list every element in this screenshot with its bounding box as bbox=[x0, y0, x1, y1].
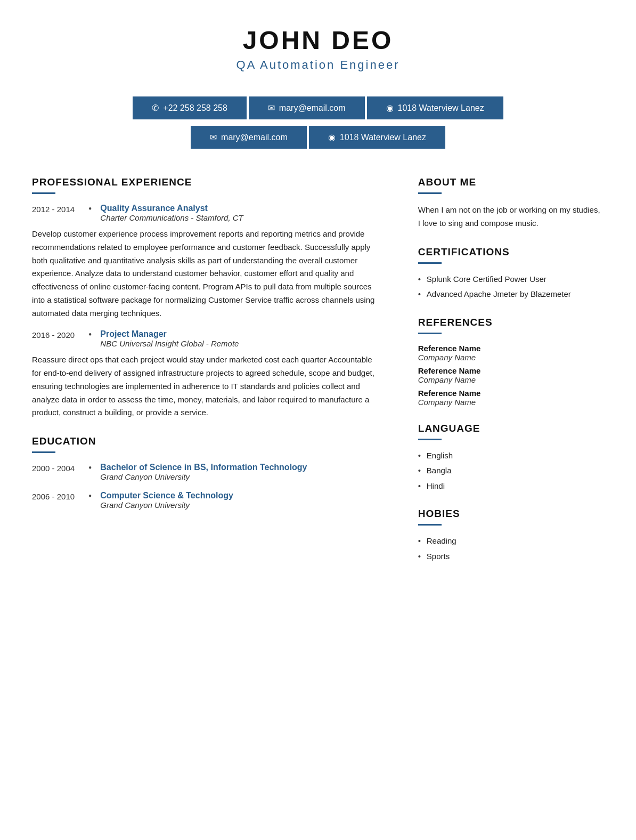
exp-bullet-1: • bbox=[88, 204, 92, 215]
contact-email-2: ✉ mary@email.com bbox=[191, 126, 307, 149]
cert-item-1: Splunk Core Certified Power User bbox=[418, 273, 604, 286]
exp-jobtitle-2: Project Manager bbox=[100, 329, 380, 339]
hobby-item-1: Reading bbox=[418, 535, 604, 547]
references-section: REFERENCES Reference Name Company Name R… bbox=[418, 317, 604, 407]
reference-entry-3: Reference Name Company Name bbox=[418, 389, 604, 407]
cert-item-2: Advanced Apache Jmeter by Blazemeter bbox=[418, 288, 604, 301]
ref-name-1: Reference Name bbox=[418, 344, 604, 353]
contact-bar-row2: ✉ mary@email.com ◉ 1018 Waterview Lanez bbox=[32, 125, 604, 150]
experience-entry-2: 2016 - 2020 • Project Manager NBC Univer… bbox=[32, 329, 381, 419]
phone-icon: ✆ bbox=[152, 103, 159, 113]
hobbies-list: Reading Sports bbox=[418, 535, 604, 562]
language-section: LANGUAGE English Bangla Hindi bbox=[418, 423, 604, 492]
exp-bullet-2: • bbox=[88, 329, 92, 341]
certifications-list: Splunk Core Certified Power User Advance… bbox=[418, 273, 604, 301]
edu-degree-2: Computer Science & Technology bbox=[100, 491, 380, 500]
education-section: EDUCATION 2000 - 2004 • Bachelor of Scie… bbox=[32, 435, 381, 510]
certifications-divider bbox=[418, 262, 442, 264]
education-entry-2: 2006 - 2010 • Computer Science & Technol… bbox=[32, 491, 381, 510]
lang-item-3: Hindi bbox=[418, 480, 604, 492]
resume-page: JOHN DEO QA Automation Engineer ✆ +22 25… bbox=[0, 0, 636, 840]
professional-experience-divider bbox=[32, 192, 55, 194]
phone-text: +22 258 258 258 bbox=[163, 103, 227, 113]
address-text-1: 1018 Waterview Lanez bbox=[398, 103, 484, 113]
hobbies-title: HOBIES bbox=[418, 508, 604, 520]
edu-details-1: Bachelor of Science in BS, Information T… bbox=[100, 463, 380, 481]
location-icon-2: ◉ bbox=[328, 132, 336, 142]
references-divider bbox=[418, 333, 442, 334]
contact-address-2: ◉ 1018 Waterview Lanez bbox=[309, 126, 445, 149]
language-title: LANGUAGE bbox=[418, 423, 604, 434]
header-section: JOHN DEO QA Automation Engineer bbox=[0, 0, 636, 83]
education-divider bbox=[32, 451, 55, 453]
about-me-text: When I am not on the job or working on m… bbox=[418, 204, 604, 230]
contact-phone: ✆ +22 258 258 258 bbox=[133, 96, 247, 119]
ref-name-3: Reference Name bbox=[418, 389, 604, 398]
email-text-1: mary@email.com bbox=[279, 103, 346, 113]
ref-company-2: Company Name bbox=[418, 375, 604, 384]
left-column: PROFESSIONAL EXPERIENCE 2012 - 2014 • Qu… bbox=[32, 176, 381, 578]
email-icon-2: ✉ bbox=[210, 132, 217, 142]
edu-degree-1: Bachelor of Science in BS, Information T… bbox=[100, 463, 380, 472]
contact-address-1: ◉ 1018 Waterview Lanez bbox=[367, 96, 503, 119]
education-title: EDUCATION bbox=[32, 435, 381, 447]
edu-year-1: 2000 - 2004 bbox=[32, 463, 80, 473]
contact-bar-row1: ✆ +22 258 258 258 ✉ mary@email.com ◉ 101… bbox=[32, 95, 604, 120]
candidate-name: JOHN DEO bbox=[32, 26, 604, 55]
hobbies-divider bbox=[418, 524, 442, 526]
edu-details-2: Computer Science & Technology Grand Cany… bbox=[100, 491, 380, 510]
edu-bullet-2: • bbox=[88, 491, 92, 502]
exp-desc-2: Reassure direct ops that each project wo… bbox=[32, 353, 381, 419]
experience-entry-1: 2012 - 2014 • Quality Assurance Analyst … bbox=[32, 204, 381, 320]
ref-name-2: Reference Name bbox=[418, 366, 604, 375]
reference-entry-2: Reference Name Company Name bbox=[418, 366, 604, 384]
main-layout: PROFESSIONAL EXPERIENCE 2012 - 2014 • Qu… bbox=[0, 166, 636, 600]
exp-details-2: Project Manager NBC Universal Insight Gl… bbox=[100, 329, 380, 348]
education-row-2: 2006 - 2010 • Computer Science & Technol… bbox=[32, 491, 381, 510]
edu-school-2: Grand Canyon University bbox=[100, 500, 380, 510]
hobby-item-2: Sports bbox=[418, 551, 604, 563]
exp-company-1: Charter Communications - Stamford, CT bbox=[100, 213, 380, 222]
hobbies-section: HOBIES Reading Sports bbox=[418, 508, 604, 562]
about-me-title: ABOUT ME bbox=[418, 176, 604, 188]
about-me-divider bbox=[418, 192, 442, 194]
lang-item-2: Bangla bbox=[418, 465, 604, 477]
professional-experience-section: PROFESSIONAL EXPERIENCE 2012 - 2014 • Qu… bbox=[32, 176, 381, 419]
exp-jobtitle-1: Quality Assurance Analyst bbox=[100, 204, 380, 213]
education-row-1: 2000 - 2004 • Bachelor of Science in BS,… bbox=[32, 463, 381, 481]
exp-details-1: Quality Assurance Analyst Charter Commun… bbox=[100, 204, 380, 222]
candidate-title: QA Automation Engineer bbox=[32, 58, 604, 72]
certifications-section: CERTIFICATIONS Splunk Core Certified Pow… bbox=[418, 246, 604, 301]
professional-experience-title: PROFESSIONAL EXPERIENCE bbox=[32, 176, 381, 188]
edu-school-1: Grand Canyon University bbox=[100, 472, 380, 481]
language-list: English Bangla Hindi bbox=[418, 450, 604, 492]
experience-row-2: 2016 - 2020 • Project Manager NBC Univer… bbox=[32, 329, 381, 348]
references-title: REFERENCES bbox=[418, 317, 604, 328]
edu-year-2: 2006 - 2010 bbox=[32, 491, 80, 501]
ref-company-3: Company Name bbox=[418, 398, 604, 407]
location-icon-1: ◉ bbox=[386, 103, 394, 113]
email-text-2: mary@email.com bbox=[221, 133, 288, 142]
education-entry-1: 2000 - 2004 • Bachelor of Science in BS,… bbox=[32, 463, 381, 481]
certifications-title: CERTIFICATIONS bbox=[418, 246, 604, 258]
exp-year-2: 2016 - 2020 bbox=[32, 329, 80, 340]
email-icon-1: ✉ bbox=[268, 103, 275, 113]
language-divider bbox=[418, 439, 442, 440]
experience-row-1: 2012 - 2014 • Quality Assurance Analyst … bbox=[32, 204, 381, 222]
exp-year-1: 2012 - 2014 bbox=[32, 204, 80, 214]
right-column: ABOUT ME When I am not on the job or wor… bbox=[407, 176, 604, 578]
about-me-section: ABOUT ME When I am not on the job or wor… bbox=[418, 176, 604, 230]
reference-entry-1: Reference Name Company Name bbox=[418, 344, 604, 362]
exp-desc-1: Develop customer experience process impr… bbox=[32, 228, 381, 320]
contact-email-1: ✉ mary@email.com bbox=[249, 96, 365, 119]
ref-company-1: Company Name bbox=[418, 353, 604, 362]
exp-company-2: NBC Universal Insight Global - Remote bbox=[100, 339, 380, 348]
lang-item-1: English bbox=[418, 450, 604, 462]
address-text-2: 1018 Waterview Lanez bbox=[340, 133, 426, 142]
edu-bullet-1: • bbox=[88, 463, 92, 474]
